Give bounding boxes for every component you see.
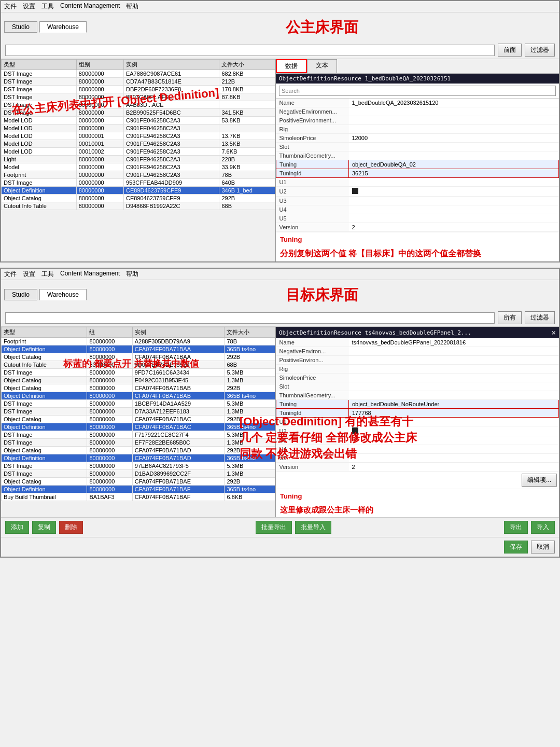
cell-size: 365B ts4no — [225, 392, 275, 400]
filter-button[interactable]: 过滤器 — [525, 44, 555, 57]
menu-content-b[interactable]: Content Management — [60, 270, 120, 279]
table-row[interactable]: Object Definition 80000000 CFA074FF0BA71… — [2, 345, 275, 353]
table-row[interactable]: Object Definition 80000000 CFA074FF0BA71… — [2, 423, 275, 431]
table-row[interactable]: Footprint 80000000 A288F305DBD79AA9 78B — [2, 338, 275, 345]
import-button[interactable]: 导入 — [531, 521, 555, 534]
props-row[interactable]: Tuning object_bedDouble_NoRouteUnder — [276, 400, 559, 409]
filter-button-b[interactable]: 过滤器 — [525, 311, 555, 324]
table-row[interactable]: Object Catalog 80000000 CFA074FF0BA71BAA… — [2, 353, 275, 361]
table-row[interactable]: Model LOD 00000000 C901FE046258C2A3 — [2, 125, 275, 132]
cancel-button[interactable]: 取消 — [531, 541, 555, 554]
table-row[interactable]: Object Definition 80000000 CFA074FF0BA71… — [2, 392, 275, 400]
table-row[interactable]: DST Image 80000000 EF7F28E2BE685B0C 1.3M… — [2, 439, 275, 447]
table-row[interactable]: Cutout Info Table 80000000 8D004EA78DE05… — [2, 361, 275, 369]
table-row[interactable]: Model LOD 00010001 C901FE946258C2A3 13.5… — [2, 140, 275, 148]
menu-settings-b[interactable]: 设置 — [23, 270, 35, 279]
search-input-b[interactable] — [5, 312, 495, 324]
table-row[interactable]: DST Image 80000000 D1BAD3899692CC2F 1.3M… — [2, 470, 275, 478]
table-row[interactable]: Object Catalog 80000000 CFA074FF0BA71BAB… — [2, 384, 275, 392]
right-tab-text[interactable]: 文本 — [307, 59, 337, 73]
prop-key: Tuning — [276, 400, 349, 409]
table-row[interactable]: Object Catalog 80000000 CE8904623759CFE9… — [2, 195, 275, 202]
table-row[interactable]: Object Catalog 80000000 E0492C031B953E45… — [2, 377, 275, 384]
table-row[interactable]: DST Image 80000000 CD7A47B83C51814E 212B — [2, 78, 275, 86]
save-button[interactable]: 保存 — [504, 541, 528, 554]
col-instance: 实例 — [123, 60, 219, 70]
prop-value[interactable]: object_bedDouble_NoRouteUnder — [349, 400, 559, 409]
prop-key: Rig — [276, 365, 349, 374]
tab-studio[interactable]: Studio — [4, 21, 37, 33]
table-row[interactable]: Model LOD 00000001 C901FE946258C2A3 13.7… — [2, 132, 275, 140]
table-row[interactable]: Object Definition 80000000 CE89D4623759C… — [2, 187, 275, 195]
prop-value — [349, 374, 559, 382]
import-batch-button[interactable]: 批量导入 — [295, 521, 331, 534]
table-row[interactable]: DST Image 80000000 B2B990525F54D6BC 341.… — [2, 109, 275, 117]
table-row[interactable]: DST Image 80000000 EA7886C9087ACE61 682.… — [2, 70, 275, 78]
export-button[interactable]: 导出 — [504, 521, 528, 534]
table-row[interactable]: Object Definition 80000000 CFA074FF0BA71… — [2, 486, 275, 493]
black-square-icon — [352, 427, 358, 434]
tab-studio-b[interactable]: Studio — [4, 289, 37, 300]
copy-button[interactable]: 复制 — [32, 521, 56, 534]
table-row[interactable]: DST Image 00000000 953CFFEAB44DD909 640B — [2, 179, 275, 187]
menu-help-b[interactable]: 帮助 — [126, 270, 138, 279]
menu-tools-b[interactable]: 工具 — [41, 270, 54, 279]
table-row[interactable]: Light 80000000 C901FE946258C2A3 228B — [2, 156, 275, 163]
cell-size: 13.7KB — [219, 132, 275, 140]
right-tab-data[interactable]: 数据 — [276, 59, 307, 73]
prev-button[interactable]: 前面 — [498, 44, 522, 57]
table-row[interactable]: Buy Build Thumbnail BA1BAF3 CFA074FF0BA7… — [2, 493, 275, 501]
table-row[interactable]: DST Image 80000000 F7179221CE8C27F4 5.3M… — [2, 431, 275, 439]
prop-key: PositiveEnvironment... — [276, 116, 349, 125]
table-row[interactable]: DST Image 80000000 1BCBF914DA1AA529 5.3M… — [2, 400, 275, 408]
search-input[interactable] — [5, 45, 495, 56]
menu-file-b[interactable]: 文件 — [4, 270, 17, 279]
prop-key: U4 — [276, 205, 349, 214]
table-row[interactable]: Footprint 00000000 C901FE946258C2A3 78B — [2, 171, 275, 179]
tab-warehouse-b[interactable]: Warehouse — [39, 289, 87, 300]
delete-button[interactable]: 删除 — [59, 521, 83, 534]
menu-help[interactable]: 帮助 — [126, 2, 138, 11]
cell-group: 80000000 — [76, 86, 123, 93]
close-icon[interactable]: × — [552, 328, 556, 337]
table-row[interactable]: DST Image 80000000 9FD7C1661C6A3434 5.3M… — [2, 369, 275, 377]
top-table-scroll[interactable]: 类型 组别 实例 文件大小 DST Image 80000000 EA7886C… — [1, 59, 275, 210]
table-row[interactable]: Model LOD 00000000 C901FE046258C2A3 53.8… — [2, 117, 275, 125]
prop-key: Tuning — [276, 160, 349, 169]
table-row[interactable]: Cutout Info Table 80000000 D94868FB1992A… — [2, 202, 275, 210]
props-row[interactable]: TuningId 36215 — [276, 169, 559, 178]
table-row[interactable]: DST Image 80000000 D7A33A712EEF6183 1.3M… — [2, 408, 275, 416]
menu-file[interactable]: 文件 — [4, 2, 17, 11]
table-row[interactable]: Object Definition 80000000 CFA074FF0BA71… — [2, 454, 275, 462]
table-row[interactable]: DST Image 80000000 DBE2DF60F72336E8 170.… — [2, 86, 275, 93]
table-row[interactable]: DST Image 80000000 8F03CA0F...AF6E 87.8K… — [2, 93, 275, 101]
add-button[interactable]: 添加 — [5, 521, 29, 534]
prop-value[interactable]: 177768 — [349, 409, 559, 418]
edit-button[interactable]: 编辑项... — [522, 474, 557, 487]
bottom-table-scroll[interactable]: 类型 组 实例 文件大小 Footprint 80000000 A288F305… — [1, 327, 275, 501]
cell-group: 00010002 — [76, 148, 123, 156]
cell-type: DST Image — [2, 179, 77, 187]
cell-size: 1.3MB — [225, 377, 275, 384]
table-row[interactable]: DST Image 80000000 A4B83D...ACE — [2, 101, 275, 109]
table-row[interactable]: Model LOD 00010002 C901FE946258C2A3 7.6K… — [2, 148, 275, 156]
prop-value: ts4novvas_bedDoubleGFPanel_202208181€ — [349, 338, 559, 347]
table-row[interactable]: Model 00000000 C901FE946258C2A3 33.9KB — [2, 163, 275, 171]
export-batch-button[interactable]: 批量导出 — [256, 521, 292, 534]
menu-tools[interactable]: 工具 — [41, 2, 54, 11]
prop-value — [349, 187, 559, 197]
tab-warehouse[interactable]: Warehouse — [39, 21, 87, 33]
menu-settings[interactable]: 设置 — [23, 2, 35, 11]
props-row[interactable]: TuningId 177768 — [276, 409, 559, 418]
table-row[interactable]: Object Catalog 80000000 CFA074FF0BA71BAD… — [2, 447, 275, 454]
table-row[interactable]: Object Catalog 80000000 CFA074FF0BA71BAE… — [2, 478, 275, 486]
prop-value[interactable]: object_bedDoubleQA_02 — [349, 160, 559, 169]
table-row[interactable]: Object Catalog 80000000 CFA074FF0BA71BAC… — [2, 416, 275, 423]
props-search-input[interactable] — [279, 86, 556, 96]
cell-type: Light — [2, 156, 77, 163]
all-button[interactable]: 所有 — [498, 311, 522, 324]
props-row[interactable]: Tuning object_bedDoubleQA_02 — [276, 160, 559, 169]
table-row[interactable]: DST Image 80000000 97EB6A4C821793F5 5.3M… — [2, 462, 275, 470]
menu-content[interactable]: Content Management — [60, 2, 120, 11]
prop-value[interactable]: 36215 — [349, 169, 559, 178]
